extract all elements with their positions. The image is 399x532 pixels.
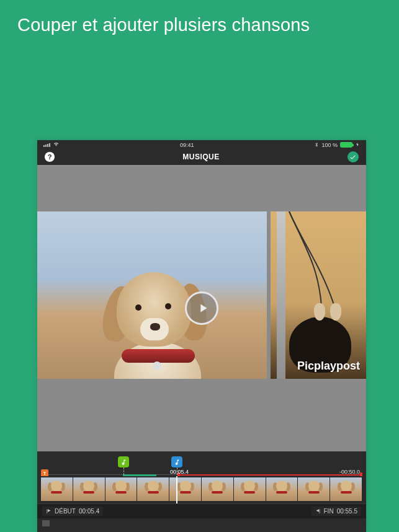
- promo-headline: Couper et ajouter plusiers chansons: [0, 0, 399, 50]
- thumbnail[interactable]: [105, 477, 137, 501]
- bluetooth-icon: [314, 142, 319, 148]
- flag-end-icon: [315, 508, 321, 514]
- play-icon: [196, 301, 210, 315]
- check-icon: [349, 154, 356, 161]
- thumbnail[interactable]: [298, 477, 330, 501]
- trim-start-label: DÉBUT: [55, 508, 76, 515]
- music-note-icon: [120, 459, 127, 466]
- trim-end-value: 00:55.5: [337, 508, 357, 515]
- wifi-icon: [53, 141, 60, 149]
- option-block[interactable]: [42, 520, 50, 526]
- music-note-icon: [174, 459, 181, 466]
- collage-pane-right[interactable]: Picplaypost: [271, 211, 366, 379]
- thumbnail[interactable]: [41, 477, 73, 501]
- playhead-time: 00:05.4: [170, 469, 189, 475]
- status-time: 09:41: [180, 142, 194, 148]
- preview-canvas: Picplaypost: [37, 165, 366, 451]
- cellular-signal-icon: [43, 143, 50, 147]
- screen-title: MUSIQUE: [182, 153, 220, 161]
- thumbnail[interactable]: [169, 477, 201, 501]
- thumbnail-strip[interactable]: [37, 476, 366, 503]
- trim-end-label: FIN: [324, 508, 334, 515]
- thumbnail[interactable]: [73, 477, 105, 501]
- thumbnail[interactable]: [137, 477, 169, 501]
- trim-end-button[interactable]: FIN 00:55.5: [312, 507, 361, 516]
- music-clip-red-range[interactable]: [179, 474, 361, 476]
- trim-bar: DÉBUT 00:05.4 FIN 00:55.5: [37, 503, 366, 518]
- battery-percent: 100 %: [321, 142, 338, 148]
- battery-icon: [340, 142, 352, 148]
- trim-start-value: 00:05.4: [79, 508, 99, 515]
- thumbnail[interactable]: [202, 477, 233, 501]
- music-clip-green[interactable]: [118, 456, 129, 468]
- music-clip-blue[interactable]: [171, 456, 182, 468]
- help-button[interactable]: ?: [45, 152, 55, 162]
- confirm-button[interactable]: [347, 151, 359, 162]
- status-bar: 09:41 100 %: [37, 140, 366, 149]
- thumbnail[interactable]: [330, 477, 362, 501]
- timeline: T 00:05.4 -00:50.0: [37, 454, 366, 528]
- trim-start-button[interactable]: DÉBUT 00:05.4: [42, 507, 103, 516]
- remaining-time: -00:50.0: [339, 469, 360, 475]
- collage-pane-left[interactable]: [37, 211, 267, 379]
- watermark: Picplaypost: [297, 360, 360, 373]
- play-button[interactable]: [185, 291, 218, 325]
- music-lane[interactable]: T 00:05.4 -00:50.0: [37, 454, 366, 476]
- bottom-row: [37, 518, 366, 528]
- flag-start-icon: [46, 508, 52, 514]
- thumbnail[interactable]: [266, 477, 298, 501]
- app-bar: ? MUSIQUE: [37, 149, 366, 165]
- playhead[interactable]: [176, 476, 177, 503]
- charging-icon: [355, 142, 360, 148]
- device-frame: 09:41 100 % ? MUSIQUE: [37, 140, 366, 532]
- thumbnail[interactable]: [234, 477, 266, 501]
